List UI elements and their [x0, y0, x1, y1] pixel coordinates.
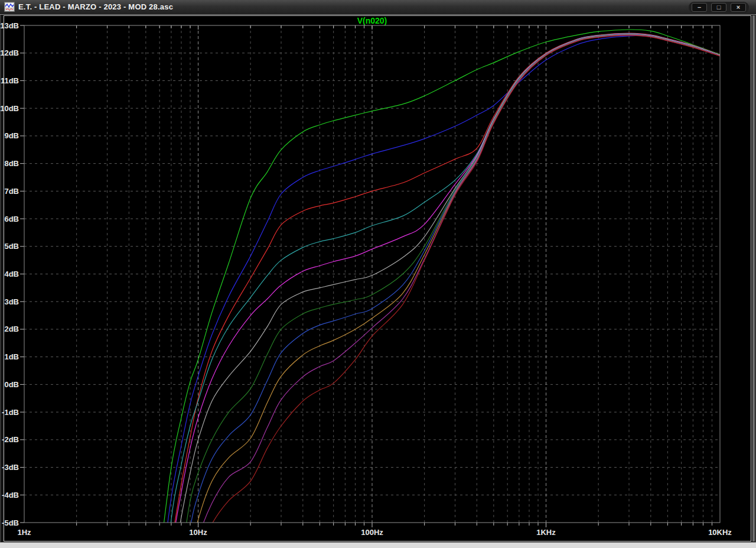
trace-legend-label[interactable]: V(n020) [24, 16, 720, 25]
window-controls: – □ × [689, 2, 749, 13]
titlebar[interactable]: E.T. - LEAD - MARZO - 2023 - MOD 28.asc … [0, 0, 756, 15]
app-window: E.T. - LEAD - MARZO - 2023 - MOD 28.asc … [0, 0, 756, 548]
app-icon[interactable] [4, 2, 15, 12]
minimize-button[interactable]: – [692, 3, 707, 12]
window-title: E.T. - LEAD - MARZO - 2023 - MOD 28.asc [18, 0, 173, 14]
ltspice-waveform-icon [4, 2, 15, 12]
maximize-button[interactable]: □ [711, 3, 726, 12]
close-button[interactable]: × [731, 3, 746, 12]
waveform-plot-panel[interactable] [4, 15, 751, 541]
window-frame-edge [752, 15, 755, 541]
status-strip [0, 542, 756, 548]
